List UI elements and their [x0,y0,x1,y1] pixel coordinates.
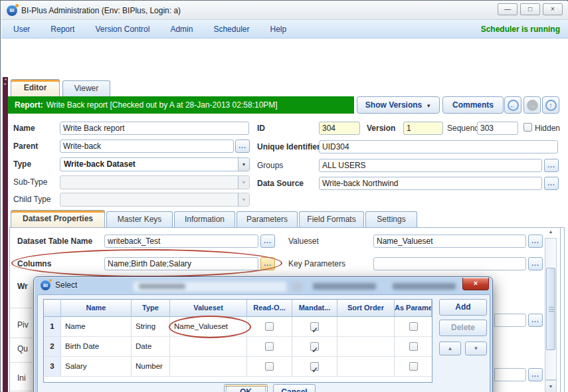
type-dropdown[interactable]: Write-back Dataset▼ [60,157,250,171]
table-header-row: Name Type Valueset Read-O... Mandat... S… [44,300,432,317]
header-row-number[interactable] [44,300,61,316]
tab-information[interactable]: Information [174,211,235,227]
sequence-input[interactable] [477,122,518,135]
parent-input[interactable] [60,140,234,153]
partial-label-ini: Ini [17,373,26,383]
as-parameter-checkbox[interactable] [409,322,418,331]
glass-blur-artifact [139,284,185,289]
unique-identifier-input[interactable] [319,140,558,153]
minimize-icon[interactable]: — [498,3,518,15]
dataset-table-name-browse-button[interactable]: ... [260,235,275,248]
collapsed-panel-strip[interactable]: ◂▸ [3,77,8,392]
chevron-down-icon: ▼ [238,193,249,206]
valueset-input[interactable] [373,235,526,248]
key-parameters-input[interactable] [373,257,526,270]
hidden-field-browse-button[interactable]: ... [528,368,543,381]
name-input[interactable] [60,122,249,135]
scrollbar-grip-icon [549,307,554,312]
scrollbar-thumb[interactable] [546,268,555,350]
hidden-field-fragment [494,368,526,381]
move-down-icon[interactable]: ▼ [465,342,487,355]
scroll-down-icon[interactable]: ▼ [545,380,557,392]
tab-settings[interactable]: Settings [365,211,417,227]
read-only-checkbox[interactable] [265,342,274,351]
tab-editor[interactable]: Editor [11,79,60,96]
mandatory-checkbox[interactable] [310,342,319,351]
menu-report[interactable]: Report [49,23,76,35]
table-row[interactable]: 2 Birth Date Date [44,337,432,357]
forward-arrow-icon: → [527,100,538,111]
read-only-checkbox[interactable] [265,322,274,331]
header-valueset[interactable]: Valueset [170,300,247,316]
tab-viewer[interactable]: Viewer [62,80,110,96]
dataset-table-name-input[interactable] [104,235,258,248]
hidden-field-browse-button[interactable]: ... [528,314,543,327]
add-button[interactable]: Add [439,299,487,316]
data-source-label: Data Source [257,179,304,188]
divider [10,391,33,391]
mandatory-checkbox[interactable] [310,322,319,331]
tab-master-keys[interactable]: Master Keys [106,211,173,227]
menu-bar: User Report Version Control Admin Schedu… [1,20,568,39]
show-versions-button[interactable]: Show Versions▼ [357,96,440,114]
menu-version-control[interactable]: Version Control [94,23,151,35]
dialog-logo-icon: BI [41,280,50,290]
scroll-up-icon[interactable]: ▲ [545,229,557,237]
delete-button[interactable]: Delete [439,320,487,336]
data-source-browse-button[interactable]: ... [544,177,559,190]
partial-label-qu: Qu [17,344,28,353]
tab-parameters[interactable]: Parameters [237,211,298,227]
table-row[interactable]: 1 Name String Name_Valueset [44,317,432,337]
dataset-table-name-label: Dataset Table Name [17,237,92,246]
cancel-button[interactable]: Cancel [273,384,316,392]
header-as-parameter[interactable]: As Parame... [395,300,432,316]
back-arrow-icon: ← [508,100,519,111]
maximize-icon[interactable]: □ [520,3,540,15]
groups-input[interactable] [319,159,542,172]
version-input[interactable] [403,122,443,135]
hidden-checkbox[interactable] [523,123,532,132]
mandatory-checkbox[interactable] [310,362,319,371]
tab-dataset-properties[interactable]: Dataset Properties [11,210,105,227]
header-sort-order[interactable]: Sort Order [337,300,395,316]
comments-button[interactable]: Comments [442,96,504,114]
header-read-only[interactable]: Read-O... [247,300,292,316]
menu-scheduler[interactable]: Scheduler [212,23,250,35]
move-up-icon[interactable]: ▲ [439,342,461,355]
id-input[interactable] [319,122,360,135]
menu-admin[interactable]: Admin [169,23,194,35]
read-only-checkbox[interactable] [265,362,274,371]
menu-help[interactable]: Help [268,23,288,35]
forward-button[interactable]: → [523,96,541,114]
key-parameters-browse-button[interactable]: ... [528,257,543,270]
ok-button[interactable]: OK [224,384,268,392]
vertical-scrollbar[interactable] [545,238,557,380]
divider [10,308,33,308]
as-parameter-checkbox[interactable] [409,342,418,351]
data-source-input[interactable] [319,177,542,190]
window-controls: — □ × [498,3,563,15]
select-dialog-titlebar[interactable]: BI Select × [34,277,492,294]
menu-user[interactable]: User [12,23,31,35]
columns-input[interactable] [104,257,258,270]
divider [10,362,33,363]
columns-browse-button[interactable]: ... [260,257,275,270]
as-parameter-checkbox[interactable] [409,362,418,371]
sub-type-dropdown: ▼ [60,175,250,189]
table-row[interactable]: 3 Salary Number [44,357,432,377]
parent-browse-button[interactable]: ... [235,140,250,153]
up-button[interactable]: ↑ [542,96,559,114]
valueset-browse-button[interactable]: ... [528,235,543,248]
header-mandatory[interactable]: Mandat... [292,300,337,316]
groups-browse-button[interactable]: ... [544,159,559,172]
tab-field-formats[interactable]: Field Formats [299,211,364,227]
report-banner: Report:Write Back report [Checked out by… [8,96,354,114]
columns-label: Columns [17,259,51,268]
content-area: ◂▸ Editor Viewer Report:Write Back repor… [1,39,568,392]
dialog-close-icon[interactable]: × [462,278,489,290]
chevron-down-icon: ▼ [238,176,249,189]
back-button[interactable]: ← [504,96,521,114]
header-type[interactable]: Type [132,300,170,316]
header-name[interactable]: Name [61,300,132,316]
close-icon[interactable]: × [543,3,563,15]
